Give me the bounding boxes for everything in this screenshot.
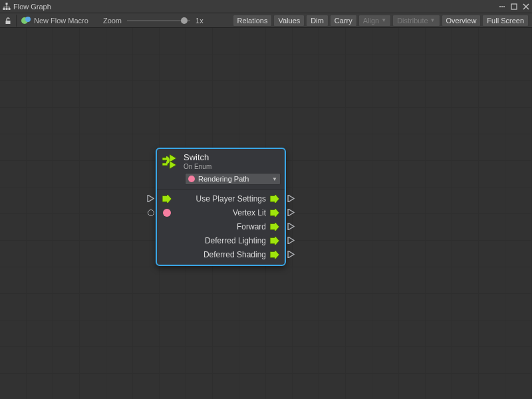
enum-type-dropdown[interactable]: Rendering Path ▼	[185, 173, 281, 185]
enum-type-value: Rendering Path	[198, 175, 249, 183]
slider-thumb[interactable]	[181, 17, 188, 24]
branch-icon	[161, 152, 180, 171]
svg-rect-4	[7, 5, 7, 7]
toolbar-button-label: Relations	[237, 17, 268, 25]
flow-output-indicator	[269, 192, 281, 205]
value-input-port[interactable]	[146, 205, 156, 219]
close-icon	[523, 3, 529, 10]
window-titlebar: Flow Graph	[0, 0, 532, 13]
flow-port-icon	[287, 237, 295, 244]
toolbar: New Flow Macro Zoom 1x RelationsValuesDi…	[0, 13, 532, 28]
zoom-label: Zoom	[103, 17, 122, 25]
toolbar-dim-button[interactable]: Dim	[306, 15, 329, 27]
arrow-right-icon	[269, 195, 280, 203]
more-icon	[499, 3, 505, 10]
flow-output-indicator	[269, 219, 281, 233]
toolbar-separator	[16, 15, 17, 27]
toolbar-button-label: Align	[363, 17, 379, 25]
graph-tree-icon	[3, 3, 11, 11]
toolbar-align-button: Align▼	[358, 15, 391, 27]
lock-open-icon	[4, 17, 12, 25]
flow-port-icon	[287, 195, 295, 202]
flow-output-port[interactable]	[286, 192, 295, 205]
output-row: Vertex Lit	[157, 205, 285, 219]
flow-output-indicator	[269, 247, 281, 261]
toolbar-button-label: Distribute	[397, 17, 428, 25]
flow-output-port[interactable]	[286, 233, 295, 247]
window-more-button[interactable]	[497, 1, 507, 12]
flow-port-icon	[287, 209, 295, 216]
toolbar-button-label: Values	[278, 17, 300, 25]
maximize-icon	[511, 3, 517, 10]
svg-point-11	[503, 6, 505, 7]
chevron-down-icon: ▼	[430, 17, 436, 23]
flow-output-port[interactable]	[286, 205, 295, 219]
switch-node[interactable]: Switch On Enum Rendering Path ▼ Use Play…	[156, 148, 286, 266]
output-row: Deferred Shading	[157, 247, 285, 261]
svg-rect-1	[3, 8, 5, 10]
arrow-right-icon	[162, 195, 172, 203]
zoom-value: 1x	[196, 17, 203, 25]
window-title: Flow Graph	[13, 3, 51, 11]
graph-canvas[interactable]: Switch On Enum Rendering Path ▼ Use Play…	[0, 28, 532, 399]
toolbar-overview-button[interactable]: Overview	[442, 15, 481, 27]
toolbar-button-label: Overview	[446, 17, 477, 25]
toolbar-relations-button[interactable]: Relations	[233, 15, 273, 27]
svg-rect-2	[6, 8, 8, 10]
svg-rect-13	[6, 21, 11, 24]
output-label: Vertex Lit	[157, 208, 285, 217]
svg-rect-0	[6, 3, 8, 5]
window-maximize-button[interactable]	[509, 1, 519, 12]
toolbar-button-label: Dim	[311, 17, 324, 25]
flow-output-port[interactable]	[286, 247, 295, 261]
svg-rect-12	[511, 4, 517, 9]
flow-output-indicator	[269, 233, 281, 247]
svg-point-15	[25, 17, 31, 22]
enum-dot-icon	[163, 209, 171, 217]
svg-rect-3	[9, 8, 11, 10]
output-label: Deferred Shading	[157, 250, 285, 259]
toolbar-distribute-button: Distribute▼	[392, 15, 440, 27]
node-header[interactable]: Switch On Enum	[157, 149, 285, 171]
arrow-right-icon	[269, 237, 280, 245]
output-row: Deferred Lighting	[157, 233, 285, 247]
node-body: Use Player SettingsVertex LitForwardDefe…	[157, 189, 285, 265]
flow-port-icon	[287, 223, 295, 230]
flow-input-port[interactable]	[146, 192, 156, 205]
output-row: Forward	[157, 219, 285, 233]
flow-macro-icon	[21, 15, 31, 26]
flow-port-icon	[147, 195, 154, 202]
zoom-slider[interactable]	[127, 16, 190, 25]
enum-dot-icon	[188, 176, 195, 182]
toolbar-full-screen-button[interactable]: Full Screen	[482, 15, 529, 27]
flow-output-indicator	[269, 205, 281, 219]
svg-rect-7	[9, 7, 10, 8]
output-label: Use Player Settings	[157, 194, 285, 203]
svg-rect-6	[4, 7, 5, 8]
value-port-icon	[148, 209, 154, 216]
flow-output-port[interactable]	[286, 219, 295, 233]
node-title: Switch	[184, 152, 211, 162]
svg-point-10	[501, 6, 503, 7]
window-close-button[interactable]	[521, 1, 531, 12]
output-label: Forward	[157, 222, 285, 231]
toolbar-button-label: Carry	[334, 17, 352, 25]
svg-rect-8	[7, 7, 7, 8]
output-row: Use Player Settings	[157, 192, 285, 205]
value-input-default[interactable]	[160, 205, 174, 219]
arrow-right-icon	[269, 209, 280, 217]
chevron-down-icon: ▼	[272, 176, 277, 182]
node-subtitle: On Enum	[184, 163, 211, 170]
chevron-down-icon: ▼	[381, 17, 386, 23]
toolbar-carry-button[interactable]: Carry	[330, 15, 357, 27]
arrow-right-icon	[269, 223, 280, 231]
flow-port-icon	[287, 251, 295, 258]
lock-toggle[interactable]	[3, 15, 13, 26]
toolbar-values-button[interactable]: Values	[273, 15, 305, 27]
macro-name-label[interactable]: New Flow Macro	[34, 17, 88, 25]
flow-input-indicator	[160, 192, 174, 205]
toolbar-button-label: Full Screen	[487, 17, 524, 25]
output-label: Deferred Lighting	[157, 236, 285, 245]
arrow-right-icon	[269, 251, 280, 259]
svg-point-9	[499, 6, 501, 7]
